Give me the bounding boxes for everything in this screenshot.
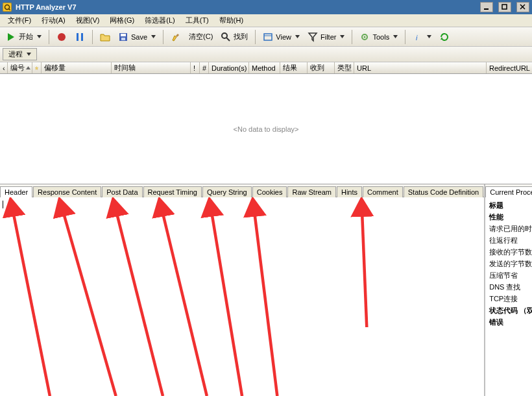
menu-grid[interactable]: 网格(G) — [104, 14, 139, 27]
tab-header[interactable]: Header — [0, 186, 32, 197]
maximize-button[interactable] — [498, 2, 511, 12]
col-result[interactable]: 结果 — [280, 62, 308, 73]
process-bar: 进程 — [0, 47, 532, 62]
save-icon — [118, 32, 128, 42]
svg-marker-6 — [8, 33, 14, 41]
dropdown-icon — [427, 35, 431, 39]
text-caret — [3, 201, 3, 208]
lower-pane: Header Response Content Post Data Reques… — [0, 184, 532, 396]
tab-hints[interactable]: Hints — [337, 186, 362, 197]
tools-button[interactable]: Tools — [356, 30, 401, 44]
col-index[interactable]: 编号 — [8, 62, 32, 73]
menu-tools[interactable]: 工具(T) — [180, 14, 214, 27]
process-label: 进程 — [8, 49, 23, 59]
col-star[interactable] — [32, 62, 42, 73]
menu-file[interactable]: 文件(F) — [3, 14, 36, 27]
svg-text:i: i — [416, 34, 418, 42]
highlight-button[interactable] — [167, 30, 184, 44]
detail-content[interactable] — [0, 197, 484, 396]
view-label: View — [276, 33, 291, 41]
tab-current-process[interactable]: Current Process — [485, 186, 532, 197]
info-rtt: 往返行程 — [488, 235, 532, 246]
dropdown-icon — [340, 35, 345, 39]
menu-action[interactable]: 行动(A) — [36, 14, 71, 27]
tab-query[interactable]: Query String — [202, 186, 252, 197]
svg-rect-13 — [121, 38, 125, 40]
detail-pane: Header Response Content Post Data Reques… — [0, 184, 485, 396]
col-hash[interactable]: # — [200, 62, 209, 73]
svg-point-15 — [222, 33, 227, 38]
summary-content: 标题 性能 请求已用的时间 往返行程 接收的字节数 发送的字节数 压缩节省 DN… — [485, 197, 532, 396]
svg-line-38 — [361, 201, 367, 327]
tab-comment[interactable]: Comment — [363, 186, 403, 197]
annotation-arrows — [0, 197, 484, 396]
col-type[interactable]: 类型 — [335, 62, 354, 73]
svg-marker-24 — [393, 35, 398, 38]
info-dns: DNS 查找 — [488, 282, 532, 293]
play-icon — [6, 32, 16, 42]
col-picker[interactable]: ‹ — [0, 62, 8, 73]
tab-response[interactable]: Response Content — [33, 186, 101, 197]
svg-rect-17 — [264, 34, 272, 40]
tab-timing[interactable]: Request Timing — [143, 186, 202, 197]
toolbar: 开始 Save 清空(C) 找到 View Filter Tools i — [0, 27, 532, 47]
col-url[interactable]: URL — [354, 62, 487, 73]
tools-label: Tools — [372, 33, 389, 41]
clear-button[interactable]: 清空(C) — [186, 30, 216, 44]
grid-empty-text: <No data to display> — [234, 125, 299, 133]
grid-header: ‹ 编号 偏移量 时间轴 ! # Duration(s) Method 结果 收… — [0, 62, 532, 74]
tab-status[interactable]: Status Code Definition — [404, 186, 483, 197]
svg-marker-21 — [340, 35, 345, 38]
close-button[interactable] — [516, 2, 529, 12]
tab-raw[interactable]: Raw Stream — [287, 186, 336, 197]
menubar: 文件(F) 行动(A) 视图(V) 网格(G) 筛选器(L) 工具(T) 帮助(… — [0, 14, 532, 27]
col-redirect[interactable]: RedirectURL — [487, 62, 532, 73]
pause-button[interactable] — [71, 30, 88, 44]
highlight-icon — [171, 32, 181, 42]
refresh-icon — [439, 32, 450, 42]
col-duration[interactable]: Duration(s) — [209, 62, 249, 73]
info-tcp: TCP连接 — [488, 293, 532, 304]
col-timeline[interactable]: 时间轴 — [112, 62, 191, 73]
svg-marker-28 — [27, 53, 31, 56]
minimize-button[interactable] — [480, 2, 493, 12]
view-icon — [263, 32, 273, 42]
start-label: 开始 — [19, 32, 33, 42]
stop-button[interactable] — [53, 30, 70, 44]
info-title: 标题 — [488, 200, 532, 211]
window-titlebar: HTTP Analyzer V7 — [0, 0, 532, 14]
open-button[interactable] — [97, 30, 114, 44]
pause-icon — [75, 32, 85, 42]
save-button[interactable]: Save — [115, 30, 159, 44]
menu-view[interactable]: 视图(V) — [71, 14, 105, 27]
svg-line-35 — [160, 201, 206, 396]
window-title: HTTP Analyzer V7 — [16, 3, 77, 11]
folder-icon — [100, 32, 110, 42]
info-button[interactable]: i — [409, 30, 435, 44]
menu-filters[interactable]: 筛选器(L) — [139, 14, 180, 27]
detail-tabstrip: Header Response Content Post Data Reques… — [0, 184, 484, 197]
col-method[interactable]: Method — [249, 62, 280, 73]
info-sent-bytes: 发送的字节数 — [488, 258, 532, 269]
grid-body[interactable]: <No data to display> — [0, 74, 532, 184]
dropdown-icon — [393, 35, 398, 39]
dropdown-icon — [295, 35, 300, 39]
process-dropdown[interactable]: 进程 — [3, 48, 37, 60]
col-received[interactable]: 收到 — [308, 62, 335, 73]
search-icon — [221, 32, 231, 42]
refresh-button[interactable] — [436, 30, 453, 44]
svg-marker-14 — [151, 35, 156, 38]
svg-marker-20 — [309, 33, 317, 41]
clear-label: 清空(C) — [189, 32, 213, 42]
menu-help[interactable]: 帮助(H) — [214, 14, 248, 27]
view-button[interactable]: View — [260, 30, 303, 44]
find-button[interactable]: 找到 — [217, 30, 251, 44]
start-button[interactable]: 开始 — [3, 30, 45, 44]
filter-button[interactable]: Filter — [304, 30, 348, 44]
tab-postdata[interactable]: Post Data — [102, 186, 142, 197]
svg-line-36 — [210, 201, 242, 396]
col-offset[interactable]: 偏移量 — [42, 62, 112, 73]
svg-point-23 — [364, 36, 366, 38]
tab-cookies[interactable]: Cookies — [252, 186, 287, 197]
col-bang[interactable]: ! — [191, 62, 200, 73]
